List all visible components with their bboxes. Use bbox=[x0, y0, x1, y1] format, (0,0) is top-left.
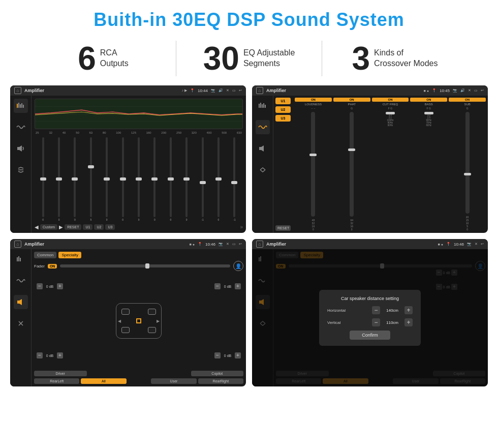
modal-vertical-control: − 110cm + bbox=[372, 318, 413, 326]
confirm-button[interactable]: Confirm bbox=[350, 331, 390, 340]
stats-row: 6 RCAOutputs 30 EQ AdjustableSegments 3 … bbox=[0, 36, 498, 82]
db-fl-minus[interactable]: − bbox=[37, 283, 43, 289]
home-icon-2[interactable] bbox=[256, 87, 263, 94]
preset-u2[interactable]: U2 bbox=[275, 106, 291, 113]
vertical-value: 110cm bbox=[382, 320, 402, 325]
status-bar-1: Amplifier ♪ ▶ 📍 10:44 📷 🔊 ✕ ▭ ↩ bbox=[10, 85, 246, 96]
eq-slider-2[interactable]: 0 bbox=[68, 137, 82, 221]
rec-icon-2: ■ ● bbox=[424, 89, 429, 93]
eq-next-btn[interactable]: ▶ bbox=[59, 224, 63, 230]
sub-slider[interactable] bbox=[465, 112, 470, 214]
db-fr-plus[interactable]: + bbox=[235, 283, 241, 289]
pin-icon-4: 📍 bbox=[446, 242, 451, 246]
tab-common-3[interactable]: Common bbox=[34, 252, 56, 258]
wave3-icon[interactable] bbox=[14, 274, 28, 288]
eq-slider-12[interactable]: -1 bbox=[227, 137, 242, 221]
eq-u2-btn[interactable]: U2 bbox=[94, 224, 104, 230]
fader-on-btn[interactable]: ON bbox=[48, 264, 57, 268]
pin-icon-1: 📍 bbox=[190, 88, 195, 93]
car-center-dot bbox=[136, 318, 141, 323]
bass-toggle[interactable]: ON bbox=[410, 98, 447, 102]
preset-u1[interactable]: U1 bbox=[275, 98, 291, 104]
eq-icon[interactable] bbox=[14, 99, 28, 113]
eq-reset-btn[interactable]: RESET bbox=[65, 224, 81, 230]
eq-slider-5[interactable]: 0 bbox=[115, 137, 130, 221]
btn-user[interactable]: User bbox=[151, 378, 196, 384]
eq-slider-9[interactable]: 0 bbox=[179, 137, 194, 221]
vol-icon-2: 🔊 bbox=[460, 88, 465, 93]
screen3-content: Common Specialty Fader ON 👤 bbox=[10, 249, 246, 386]
eq-slider-1[interactable]: 0 bbox=[51, 137, 66, 221]
eq-slider-3[interactable]: 5 bbox=[83, 137, 98, 221]
horizontal-plus-btn[interactable]: + bbox=[404, 306, 413, 314]
arrow-left-3[interactable]: ◀ bbox=[118, 319, 121, 323]
eq-slider-8[interactable]: 0 bbox=[163, 137, 178, 221]
eq3-icon[interactable] bbox=[14, 252, 28, 266]
arrow3-icon[interactable] bbox=[14, 316, 28, 331]
camera-icon-1: 📷 bbox=[211, 88, 215, 93]
arrow2-icon[interactable] bbox=[256, 163, 270, 177]
eq-u3-btn[interactable]: U3 bbox=[105, 224, 115, 230]
modal-title: Car speaker distance setting bbox=[327, 296, 413, 301]
eq-slider-4[interactable]: 0 bbox=[100, 137, 114, 221]
db-rr-plus[interactable]: + bbox=[235, 352, 241, 359]
home-icon-3[interactable] bbox=[14, 241, 21, 248]
phat-toggle[interactable]: ON bbox=[333, 98, 370, 102]
tab-specialty-3[interactable]: Specialty bbox=[58, 252, 81, 258]
eq2-icon[interactable] bbox=[256, 99, 270, 113]
db-rr-minus[interactable]: − bbox=[214, 352, 221, 359]
home-icon-1[interactable] bbox=[14, 87, 21, 94]
loudness-slider[interactable] bbox=[311, 112, 315, 217]
crossover-reset[interactable]: RESET bbox=[275, 225, 291, 231]
user-icon-3[interactable]: 👤 bbox=[233, 261, 243, 271]
music-icon-1: ♪ ▶ bbox=[182, 88, 187, 93]
modal-horizontal-control: − 140cm + bbox=[372, 306, 413, 314]
loudness-toggle[interactable]: ON bbox=[295, 98, 332, 102]
phat-slider[interactable] bbox=[350, 112, 354, 217]
btn-rearright[interactable]: RearRight bbox=[198, 378, 243, 384]
arrow-icon[interactable] bbox=[14, 163, 28, 177]
btn-rearleft[interactable]: RearLeft bbox=[34, 378, 79, 384]
eq-expand-icon[interactable]: » bbox=[240, 224, 243, 230]
svg-rect-15 bbox=[17, 257, 18, 261]
modal-vertical-row: Vertical − 110cm + bbox=[327, 318, 413, 326]
wave-icon[interactable] bbox=[14, 120, 28, 134]
page-wrapper: Buith-in 30EQ DSP Sound System 6 RCAOutp… bbox=[0, 0, 498, 392]
speaker-icon[interactable] bbox=[14, 141, 28, 156]
vertical-minus-btn[interactable]: − bbox=[372, 318, 380, 326]
eq-slider-11[interactable]: 0 bbox=[211, 137, 226, 221]
distance-modal: Car speaker distance setting Horizontal … bbox=[319, 290, 421, 346]
preset-u3[interactable]: U3 bbox=[275, 115, 291, 122]
eq-slider-10[interactable]: -1 bbox=[195, 137, 210, 221]
btn-all[interactable]: All bbox=[81, 378, 126, 384]
eq-slider-0[interactable]: 0 bbox=[36, 137, 50, 221]
camera-icon-2: 📷 bbox=[453, 88, 457, 93]
stat-eq: 30 EQ AdjustableSegments bbox=[176, 42, 322, 75]
horizontal-value: 140cm bbox=[382, 308, 402, 313]
db-rl-plus[interactable]: + bbox=[57, 352, 63, 359]
db-fl-plus[interactable]: + bbox=[57, 283, 63, 289]
arrow-right-3[interactable]: ▶ bbox=[157, 319, 160, 323]
speaker3-icon[interactable] bbox=[14, 295, 28, 309]
eq-prev-btn[interactable]: ◀ bbox=[35, 224, 39, 230]
fader-slider[interactable] bbox=[60, 264, 230, 267]
status-icons-4: ■ ● bbox=[438, 243, 443, 246]
db-rl-minus[interactable]: − bbox=[37, 352, 43, 359]
eq-slider-6[interactable]: 0 bbox=[131, 137, 146, 221]
db-fr-minus[interactable]: − bbox=[214, 283, 221, 289]
time-1: 10:44 bbox=[198, 88, 208, 93]
sub-toggle[interactable]: ON bbox=[449, 98, 486, 102]
vertical-plus-btn[interactable]: + bbox=[404, 318, 413, 326]
home-icon-4[interactable] bbox=[256, 241, 263, 248]
horizontal-minus-btn[interactable]: − bbox=[372, 306, 380, 314]
db-rl-value: 0 dB bbox=[44, 354, 56, 357]
speaker2-icon[interactable] bbox=[256, 141, 270, 156]
cutfreq-toggle[interactable]: ON bbox=[372, 98, 409, 102]
screen-crossover: Amplifier ■ ● 📍 10:45 📷 🔊 ✕ ▭ ↩ bbox=[252, 85, 488, 233]
vol-icon-1: 🔊 bbox=[219, 88, 223, 93]
wave2-icon[interactable] bbox=[256, 120, 270, 134]
eq-slider-7[interactable]: 0 bbox=[147, 137, 162, 221]
btn-copilot[interactable]: Copilot bbox=[191, 371, 244, 376]
btn-driver[interactable]: Driver bbox=[34, 371, 87, 376]
eq-u1-btn[interactable]: U1 bbox=[83, 224, 92, 230]
